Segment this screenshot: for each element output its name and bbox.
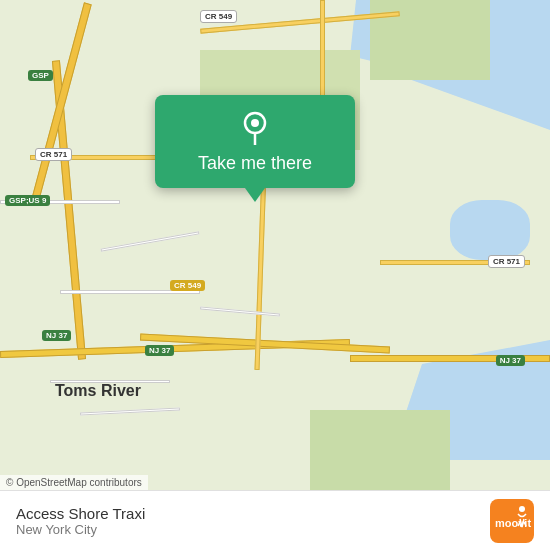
road-badge-cr571-2: CR 571 <box>488 255 525 268</box>
road-badge-cr549: CR 549 <box>200 10 237 23</box>
road-badge-nj37-1: NJ 37 <box>42 330 71 341</box>
moovit-icon: moovit <box>490 499 534 543</box>
app-name: Access Shore Traxi <box>16 505 145 522</box>
app-city: New York City <box>16 522 145 537</box>
road-badge-cr549-2: CR 549 <box>170 280 205 291</box>
road-badge-gsp: GSP <box>28 70 53 81</box>
take-me-there-popup[interactable]: Take me there <box>155 95 355 188</box>
location-pin-icon <box>237 109 273 145</box>
road-badge-nj37-2: NJ 37 <box>145 345 174 356</box>
city-label-toms-river: Toms River <box>55 382 141 400</box>
water-body-mid-right <box>450 200 530 260</box>
svg-text:moovit: moovit <box>495 517 531 529</box>
park-area-3 <box>310 410 450 490</box>
bottom-bar: Access Shore Traxi New York City moovit <box>0 490 550 550</box>
road-badge-nj37-3: NJ 37 <box>496 355 525 366</box>
map-container[interactable]: GSP CR 571 CR 571 CR 549 CR 549 NJ 37 NJ… <box>0 0 550 490</box>
map-attribution: © OpenStreetMap contributors <box>0 475 148 490</box>
svg-point-1 <box>251 119 259 127</box>
app-info: Access Shore Traxi New York City <box>16 505 145 537</box>
road-badge-gsp-us9: GSP;US 9 <box>5 195 50 206</box>
moovit-logo[interactable]: moovit <box>490 499 534 543</box>
svg-point-4 <box>519 506 525 512</box>
road-badge-cr571: CR 571 <box>35 148 72 161</box>
popup-label: Take me there <box>198 153 312 174</box>
